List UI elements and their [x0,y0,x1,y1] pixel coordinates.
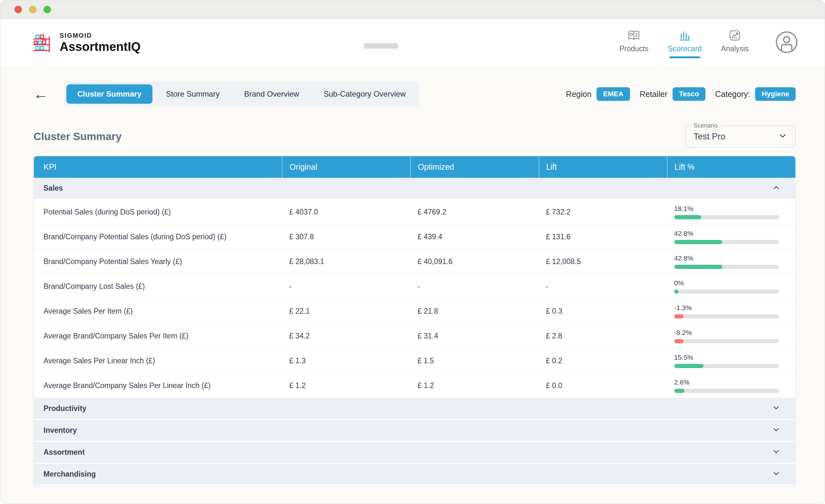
table-row: Brand/Company Potential Sales Yearly (£)… [34,249,795,274]
column-header-lift-pct: Lift % [667,156,795,178]
app-header: SIGMOID AssortmentIQ Products [0,19,825,66]
zoom-window-icon[interactable] [44,6,51,13]
optimized-value-cell: £ 439.4 [410,233,538,241]
optimized-value-cell: £ 21.8 [410,307,538,316]
filter-retailer-badge[interactable]: Tesco [673,87,705,101]
optimized-value-cell: £ 31.4 [410,332,538,340]
kpi-table-header: KPI Original Optimized Lift Lift % [34,156,795,178]
filter-region-badge[interactable]: EMEA [597,87,630,101]
section-row-merchandising[interactable]: Merchandising [34,464,795,486]
chevron-up-icon[interactable] [772,183,780,193]
chevron-down-icon[interactable] [772,404,780,414]
table-row: Average Brand/Company Sales Per Linear I… [34,373,795,398]
tab-store-summary[interactable]: Store Summary [155,84,231,104]
column-header-original: Original [282,156,410,178]
table-row: Average Sales Per Linear Inch (£)£ 1.3£ … [34,348,795,373]
column-header-kpi: KPI [34,156,282,178]
app-window: SIGMOID AssortmentIQ Products [0,0,825,504]
lift-pct-bar-fill [674,215,701,219]
nav-item-scorecard[interactable]: Scorecard [668,29,702,56]
section-row-assortment[interactable]: Assortment [34,442,795,464]
lift-value-cell: £ 732.2 [539,208,667,217]
scenario-label: Scenario [691,122,720,129]
user-avatar[interactable] [774,30,799,56]
filter-category: Category: Hygiene [715,87,796,101]
view-tabs: Cluster Summary Store Summary Brand Over… [64,82,419,106]
lift-pct-cell: 42.8% [667,254,795,269]
filter-label: Category: [715,90,750,99]
kpi-name-cell: Brand/Company Lost Sales (£) [34,282,282,291]
kpi-name-cell: Average Sales Per Linear Inch (£) [34,356,282,365]
filters: Region EMEA Retailer Tesco Category: Hyg… [566,87,796,101]
nav-item-products[interactable]: Products [619,29,649,56]
lift-pct-bar-fill [674,289,678,294]
lift-pct-bar-fill [674,339,683,343]
table-row: Brand/Company Lost Sales (£)---0% [34,274,795,299]
column-header-lift: Lift [539,156,667,178]
chevron-down-icon[interactable] [772,469,780,479]
optimized-value-cell: £ 4769.2 [410,208,538,217]
lift-pct-label: -1.3% [674,304,795,312]
lift-pct-bar-fill [674,314,683,319]
active-nav-underline [669,56,700,58]
section-name: Sales [44,184,63,192]
lift-pct-bar-fill [674,265,723,269]
original-value-cell: £ 307.8 [282,233,410,241]
lift-pct-bar-track [674,289,779,294]
lift-pct-bar-track [674,265,779,269]
minimize-window-icon[interactable] [29,6,36,13]
section-name: Merchandising [44,470,96,479]
lift-pct-cell: -1.3% [667,304,795,319]
close-window-icon[interactable] [14,6,22,13]
table-row: Average Brand/Company Sales Per Item (£)… [34,324,795,348]
lift-pct-cell: 18.1% [667,205,795,219]
lift-pct-label: -8.2% [674,329,795,337]
nav-item-analysis[interactable]: Analysis [721,29,749,56]
original-value-cell: £ 28,083.1 [282,257,410,266]
section-name: Productivity [44,404,86,413]
lift-value-cell: £ 12,008.5 [539,257,667,266]
tabs-row: ← Cluster Summary Store Summary Brand Ov… [33,82,796,106]
lift-pct-label: 2.6% [674,379,795,386]
kpi-name-cell: Average Sales Per Item (£) [34,307,282,316]
lift-pct-cell: 2.6% [667,379,795,393]
heading-row: Cluster Summary Scenario Test Pro [33,125,796,148]
section-row-sales[interactable]: Sales [34,178,795,200]
lift-pct-bar-fill [674,240,723,244]
book-catalog-icon [627,29,640,43]
original-value-cell: £ 1.3 [282,356,410,365]
optimized-value-cell: - [410,282,538,291]
lift-pct-cell: 15.5% [667,354,795,368]
original-value-cell: £ 34.2 [282,332,410,340]
back-arrow-icon[interactable]: ← [33,87,48,101]
scenario-select[interactable]: Scenario Test Pro [685,125,796,148]
chevron-down-icon[interactable] [772,425,780,435]
tab-brand-overview[interactable]: Brand Overview [233,84,310,104]
nav-label: Products [619,45,649,53]
kpi-name-cell: Brand/Company Potential Sales (during Do… [34,233,282,241]
kpi-name-cell: Average Brand/Company Sales Per Linear I… [34,381,282,390]
filter-category-badge[interactable]: Hygiene [755,87,796,101]
tab-sub-category-overview[interactable]: Sub-Category Overview [313,84,417,104]
lift-pct-label: 15.5% [674,354,795,361]
tab-cluster-summary[interactable]: Cluster Summary [66,84,152,104]
lift-pct-cell: 0% [667,279,795,294]
main-nav: Products Scorecard [619,29,749,56]
brand-company: SIGMOID [60,32,141,39]
kpi-table: KPI Original Optimized Lift Lift % Sales… [33,156,796,486]
brand-logo[interactable]: SIGMOID AssortmentIQ [32,32,141,54]
original-value-cell: £ 4037.0 [282,208,410,217]
column-header-optimized: Optimized [410,156,538,178]
scenario-value: Test Pro [693,132,726,142]
kpi-table-body: SalesPotential Sales (during DoS period)… [34,178,795,486]
lift-pct-cell: -8.2% [667,329,795,343]
brand-product: AssortmentIQ [60,40,141,54]
bar-chart-icon [678,29,691,43]
optimized-value-cell: £ 1.2 [410,381,538,390]
section-row-inventory[interactable]: Inventory [34,420,795,442]
nav-label: Analysis [721,45,749,53]
section-row-productivity[interactable]: Productivity [34,398,795,420]
lift-pct-label: 42.8% [674,230,795,237]
chevron-down-icon[interactable] [772,447,780,457]
table-row: Average Sales Per Item (£)£ 22.1£ 21.8£ … [34,299,795,324]
